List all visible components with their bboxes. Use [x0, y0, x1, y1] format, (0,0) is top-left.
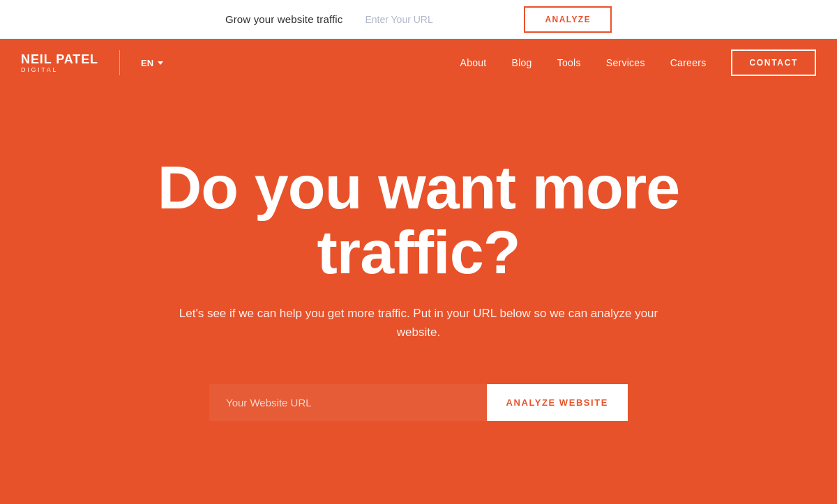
nav-about[interactable]: About — [460, 57, 487, 68]
top-bar-tagline: Grow your website traffic — [225, 13, 343, 25]
nav-careers[interactable]: Careers — [670, 57, 707, 68]
nav-blog[interactable]: Blog — [512, 57, 532, 68]
nav-divider — [119, 50, 120, 75]
logo[interactable]: NEIL PATEL DIGITAL — [21, 53, 98, 73]
hero-title: Do you want more traffic? — [70, 155, 767, 284]
top-url-input[interactable] — [356, 8, 510, 31]
hero-url-input[interactable] — [209, 384, 487, 421]
top-bar: Grow your website traffic ANALYZE — [0, 0, 837, 39]
hero-form: ANALYZE WEBSITE — [209, 384, 628, 421]
lang-label: EN — [141, 58, 153, 68]
nav-left: NEIL PATEL DIGITAL EN — [21, 50, 163, 75]
nav-services[interactable]: Services — [606, 57, 645, 68]
language-selector[interactable]: EN — [141, 58, 163, 68]
nav-links: About Blog Tools Services Careers CONTAC… — [460, 49, 816, 76]
logo-name: NEIL PATEL — [21, 53, 98, 66]
hero-section: Do you want more traffic? Let's see if w… — [0, 86, 837, 504]
contact-button[interactable]: CONTACT — [731, 49, 816, 76]
chevron-down-icon — [158, 61, 163, 65]
logo-digital: DIGITAL — [21, 67, 98, 73]
top-analyze-button[interactable]: ANALYZE — [524, 6, 612, 33]
main-nav: NEIL PATEL DIGITAL EN About Blog Tools S… — [0, 39, 837, 86]
hero-subtitle: Let's see if we can help you get more tr… — [167, 304, 670, 342]
nav-tools[interactable]: Tools — [557, 57, 581, 68]
analyze-website-button[interactable]: ANALYZE WEBSITE — [487, 384, 628, 421]
